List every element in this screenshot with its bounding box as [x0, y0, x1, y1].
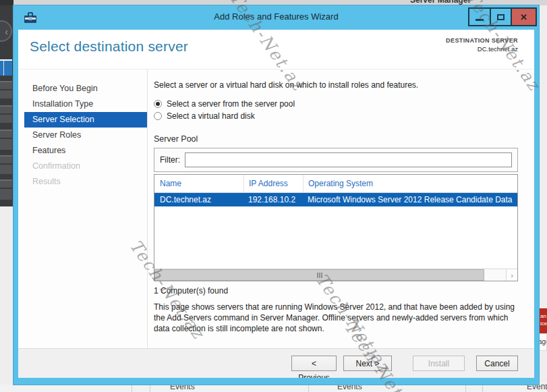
- cell-operating-system: Microsoft Windows Server 2012 Release Ca…: [303, 195, 517, 204]
- column-header-ip-address[interactable]: IP Address: [243, 175, 303, 192]
- titlebar: Add Roles and Features Wizard ✕: [13, 5, 539, 30]
- dashboard-icon[interactable]: [0, 59, 12, 76]
- server-pool-table: Name IP Address Operating System DC.tech…: [154, 174, 518, 281]
- events-label: Events: [337, 385, 362, 391]
- table-header-row: Name IP Address Operating System: [154, 175, 517, 193]
- destination-server-name: DC.technet.az: [446, 45, 518, 53]
- alert-badge-line: ice: [540, 320, 547, 327]
- source-radio-group: Select a server from the server pool Sel…: [154, 98, 518, 122]
- window-title: Add Roles and Features Wizard: [13, 11, 539, 22]
- install-button: Install: [413, 356, 465, 371]
- back-arrow-icon[interactable]: ‹: [0, 20, 12, 42]
- filter-box: Filter:: [154, 148, 518, 172]
- radio-unchecked-icon[interactable]: [154, 112, 162, 120]
- cancel-button[interactable]: Cancel: [476, 356, 518, 371]
- next-button[interactable]: Next >: [343, 356, 392, 371]
- nav-item-installation-type[interactable]: Installation Type: [24, 96, 147, 112]
- services-icon[interactable]: [0, 179, 12, 200]
- divider: [308, 385, 309, 392]
- scrollbar-grip-icon: [317, 273, 318, 278]
- window-controls: ✕: [469, 7, 537, 26]
- background-taskbar: Server Manager: [0, 0, 547, 5]
- close-button[interactable]: ✕: [511, 7, 537, 26]
- intro-text: Select a server or a virtual hard disk o…: [154, 80, 518, 90]
- horizontal-scrollbar[interactable]: ›: [154, 269, 517, 281]
- computers-found-text: 1 Computer(s) found: [154, 286, 518, 296]
- scrollbar-track[interactable]: [484, 269, 506, 281]
- nav-item-before-you-begin[interactable]: Before You Begin: [24, 81, 147, 96]
- radio-server-pool[interactable]: Select a server from the server pool: [154, 98, 518, 110]
- minimize-button[interactable]: [468, 7, 491, 26]
- background-events-strip: Events Events Events: [0, 385, 547, 392]
- radio-virtual-hard-disk-label: Select a virtual hard disk: [167, 111, 255, 121]
- alert-badge: an ice: [539, 308, 547, 334]
- radio-checked-icon[interactable]: [154, 100, 162, 108]
- local-server-icon[interactable]: [0, 81, 12, 99]
- filter-label: Filter:: [160, 155, 180, 165]
- file-storage-icon[interactable]: [0, 130, 12, 150]
- radio-virtual-hard-disk[interactable]: Select a virtual hard disk: [154, 110, 518, 122]
- all-servers-icon[interactable]: [0, 105, 12, 123]
- wizard-content: Before You Begin Installation Type Serve…: [18, 69, 534, 348]
- server-manager-sidebar: ‹: [0, 5, 13, 206]
- events-label: Events: [170, 385, 195, 391]
- events-label: Events: [527, 385, 547, 391]
- cell-ip-address: 192.168.10.2: [243, 195, 303, 204]
- column-header-operating-system[interactable]: Operating System: [303, 175, 517, 192]
- page-description: This page shows servers that are running…: [154, 302, 518, 334]
- roles-icon[interactable]: [0, 155, 12, 174]
- wizard-nav: Before You Begin Installation Type Serve…: [18, 69, 148, 348]
- nav-item-results: Results: [24, 174, 147, 190]
- server-pool-heading: Server Pool: [154, 134, 518, 144]
- destination-server-label: DESTINATION SERVER: [446, 37, 518, 44]
- previous-button[interactable]: < Previous: [291, 356, 337, 371]
- nav-item-server-roles[interactable]: Server Roles: [24, 128, 147, 143]
- alert-badge-line: an: [540, 312, 547, 320]
- page-title: Select destination server: [30, 38, 188, 55]
- page-main: Select a server or a virtual hard disk o…: [148, 69, 534, 348]
- destination-block: DESTINATION SERVER DC.technet.az: [446, 37, 518, 53]
- maximize-icon: [497, 14, 505, 20]
- column-header-name[interactable]: Name: [154, 175, 243, 192]
- wizard-header: Select destination server DESTINATION SE…: [18, 30, 534, 69]
- scroll-right-arrow-icon[interactable]: ›: [506, 269, 517, 281]
- nav-item-server-selection[interactable]: Server Selection: [24, 112, 147, 128]
- table-row[interactable]: DC.technet.az 192.168.10.2 Microsoft Win…: [154, 193, 517, 206]
- cell-server-name: DC.technet.az: [154, 195, 243, 204]
- radio-server-pool-label: Select a server from the server pool: [167, 99, 295, 109]
- scrollbar-thumb[interactable]: [154, 269, 484, 281]
- background-corner: [0, 0, 13, 5]
- filter-input[interactable]: [185, 152, 512, 167]
- nav-item-confirmation: Confirmation: [24, 159, 147, 174]
- divider: [465, 385, 466, 392]
- close-icon: ✕: [520, 13, 527, 22]
- divider: [132, 385, 132, 392]
- nav-item-features[interactable]: Features: [24, 143, 147, 159]
- add-roles-wizard-window: Add Roles and Features Wizard ✕ Select d…: [13, 5, 539, 385]
- divider: [482, 385, 483, 392]
- maximize-button[interactable]: [490, 7, 512, 26]
- server-manager-title: Server Manager: [410, 0, 471, 5]
- wizard-footer: < Previous Next > Install Cancel: [18, 348, 534, 378]
- divider: [150, 385, 150, 392]
- wizard-body: Select destination server DESTINATION SE…: [18, 30, 534, 378]
- minimize-icon: [476, 19, 484, 21]
